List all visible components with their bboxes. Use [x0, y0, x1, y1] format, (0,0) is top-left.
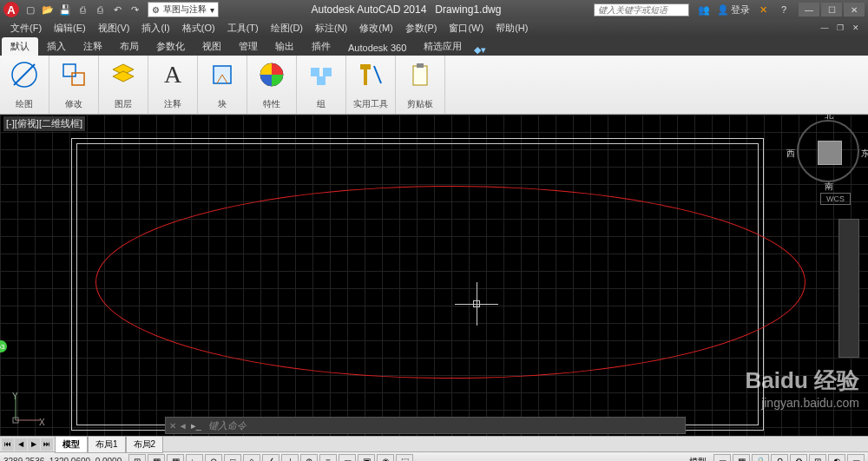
sb-quickview-icon[interactable]: ▦: [733, 454, 750, 462]
sb-osnap-icon[interactable]: □: [224, 454, 241, 462]
mdi-restore-button[interactable]: ❐: [833, 22, 847, 34]
tab-manage[interactable]: 管理: [230, 37, 266, 56]
modelspace-label[interactable]: 模型: [684, 456, 712, 462]
sb-3dosnap-icon[interactable]: ◇: [243, 454, 260, 462]
tab-view[interactable]: 视图: [194, 37, 230, 56]
menu-modify[interactable]: 修改(M): [354, 20, 398, 36]
exchange-icon[interactable]: ✕: [755, 2, 771, 17]
tab-insert[interactable]: 插入: [38, 37, 75, 56]
sb-layout-icon[interactable]: ▭: [713, 454, 731, 462]
layout2-tab[interactable]: 布局2: [126, 436, 164, 453]
app-logo[interactable]: A: [3, 2, 19, 17]
sb-ducs-icon[interactable]: ⊥: [281, 454, 299, 462]
cmdline-close-icon[interactable]: ✕ ◄: [169, 421, 187, 431]
new-icon[interactable]: ▢: [23, 2, 38, 17]
menu-window[interactable]: 窗口(W): [444, 20, 489, 36]
mdi-minimize-button[interactable]: —: [818, 22, 832, 34]
tab-featured[interactable]: 精选应用: [415, 37, 470, 56]
sb-annoscale-icon[interactable]: 🔒: [752, 454, 769, 462]
tab-annotate[interactable]: 注释: [75, 37, 111, 56]
menu-tools[interactable]: 工具(T): [222, 20, 264, 36]
tab-nav-first[interactable]: ⏮: [2, 438, 14, 451]
tab-parametric[interactable]: 参数化: [148, 37, 194, 56]
print-icon[interactable]: ⎙: [92, 2, 108, 17]
sb-otrack-icon[interactable]: ∠: [262, 454, 279, 462]
ribbon-group-modify[interactable]: 修改: [49, 56, 99, 114]
ribbon-group-properties[interactable]: 特性: [247, 56, 297, 114]
workspace-dropdown[interactable]: ⚙ 草图与注释 ▾: [148, 2, 219, 17]
tab-layout[interactable]: 布局: [111, 37, 148, 56]
layout1-tab[interactable]: 布局1: [88, 436, 126, 453]
sb-annovisibility-icon[interactable]: ⚲: [771, 454, 788, 462]
sb-qp-icon[interactable]: ▣: [358, 454, 375, 462]
menu-insert[interactable]: 插入(I): [136, 20, 174, 36]
minimize-button[interactable]: —: [799, 3, 819, 16]
ribbon-group-block[interactable]: 块: [198, 56, 247, 114]
menu-view[interactable]: 视图(V): [93, 20, 135, 36]
navigation-bar[interactable]: [838, 219, 859, 358]
cmdline-input[interactable]: 键入命令: [205, 419, 681, 432]
open-icon[interactable]: 📂: [40, 2, 56, 17]
ribbon-group-layers[interactable]: 图层: [99, 56, 148, 114]
tab-autodesk360[interactable]: Autodesk 360: [339, 40, 415, 56]
maximize-button[interactable]: ☐: [821, 3, 842, 16]
tab-nav-next[interactable]: ▶: [28, 438, 40, 451]
ribbon-group-utilities[interactable]: 实用工具: [346, 56, 396, 114]
sb-grid-icon[interactable]: ▦: [167, 454, 184, 462]
sb-workspace-icon[interactable]: ⚙: [790, 454, 807, 462]
viewcube[interactable]: 北 南 东 西: [797, 120, 859, 182]
tab-default[interactable]: 默认: [2, 37, 38, 56]
express-tools-icon[interactable]: ◆▾: [474, 44, 486, 56]
sb-polar-icon[interactable]: ⊙: [205, 454, 222, 462]
ucs-icon[interactable]: [9, 392, 43, 427]
sb-sc-icon[interactable]: ◉: [377, 454, 394, 462]
viewcube-south[interactable]: 南: [825, 181, 833, 193]
sb-cleanscreen-icon[interactable]: ▭: [847, 454, 865, 462]
save-icon[interactable]: 💾: [57, 2, 73, 17]
ribbon-group-groups[interactable]: 组: [297, 56, 346, 114]
sb-isolate-icon[interactable]: ◐: [828, 454, 845, 462]
drawing-canvas[interactable]: [-][俯视][二维线框] 63 Y X 北 南 东 西 WCS Baidu 经…: [0, 115, 868, 436]
sb-infer-icon[interactable]: ⊞: [128, 454, 146, 462]
sb-dyn-icon[interactable]: ⊕: [300, 454, 318, 462]
sb-hwaccel-icon[interactable]: ⊞: [809, 454, 826, 462]
command-line[interactable]: ✕ ◄ ▸_ 键入命令: [165, 417, 686, 434]
viewcube-face[interactable]: [818, 141, 842, 165]
ribbon-group-clipboard[interactable]: 剪贴板: [396, 56, 445, 114]
help-icon[interactable]: ?: [776, 2, 792, 17]
tab-output[interactable]: 输出: [266, 37, 303, 56]
saveas-icon[interactable]: ⎙: [75, 2, 90, 17]
viewcube-west[interactable]: 西: [786, 148, 795, 160]
menu-file[interactable]: 文件(F): [5, 20, 47, 36]
redo-icon[interactable]: ↷: [127, 2, 142, 17]
sb-tpy-icon[interactable]: ▭: [339, 454, 356, 462]
ribbon-group-annotate[interactable]: A 注释: [148, 56, 198, 114]
viewcube-east[interactable]: 东: [861, 148, 868, 160]
menu-draw[interactable]: 绘图(D): [266, 20, 308, 36]
menu-format[interactable]: 格式(O): [177, 20, 220, 36]
ribbon-group-draw[interactable]: 绘图: [0, 56, 49, 114]
viewport-label[interactable]: [-][俯视][二维线框]: [3, 116, 85, 131]
login-button[interactable]: 👤 登录: [717, 3, 750, 16]
coordinates-display[interactable]: 3289.2536, 1320.0600, 0.0000: [3, 457, 122, 461]
tab-plugins[interactable]: 插件: [303, 37, 339, 56]
menu-dimension[interactable]: 标注(N): [310, 20, 352, 36]
viewcube-north[interactable]: 北: [825, 115, 833, 122]
search-input[interactable]: [594, 3, 689, 16]
tab-nav-prev[interactable]: ◀: [15, 438, 27, 451]
model-tab[interactable]: 模型: [55, 436, 88, 453]
viewcube-ring[interactable]: 北 南 东 西: [797, 120, 859, 182]
sb-am-icon[interactable]: ⬚: [396, 454, 413, 462]
mdi-close-button[interactable]: ✕: [849, 22, 863, 34]
undo-icon[interactable]: ↶: [109, 2, 125, 17]
infocenter-icon[interactable]: 👥: [696, 2, 712, 17]
sb-snap-icon[interactable]: ▦: [148, 454, 165, 462]
tab-nav-last[interactable]: ⏭: [41, 438, 53, 451]
sb-lwt-icon[interactable]: ≡: [319, 454, 337, 462]
sb-ortho-icon[interactable]: ∟: [186, 454, 203, 462]
menu-help[interactable]: 帮助(H): [490, 20, 533, 36]
wcs-badge[interactable]: WCS: [820, 193, 851, 205]
menu-edit[interactable]: 编辑(E): [49, 20, 91, 36]
menu-parametric[interactable]: 参数(P): [400, 20, 443, 36]
close-button[interactable]: ✕: [844, 3, 865, 16]
